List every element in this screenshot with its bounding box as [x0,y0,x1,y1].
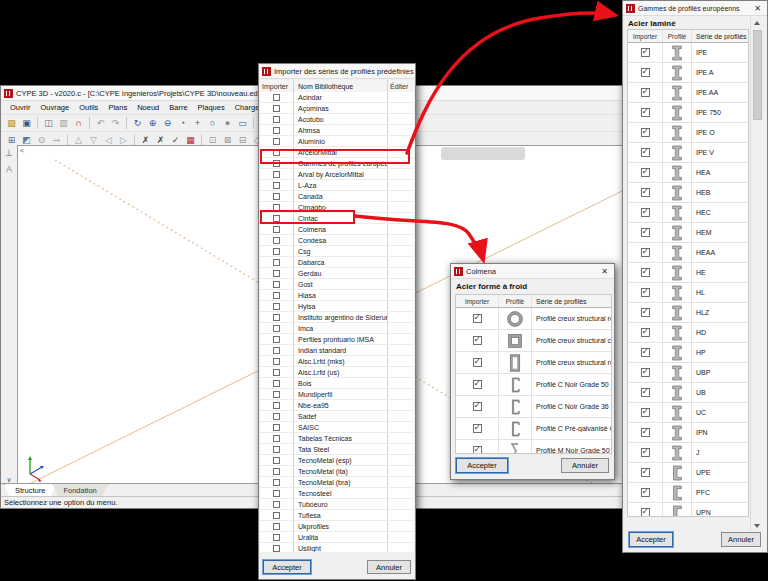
library-row[interactable]: Tuflesa [260,510,414,521]
orbit-icon[interactable]: ◔ [176,117,189,130]
import-checkbox[interactable] [641,128,650,137]
library-row[interactable]: Cimagbo [260,202,414,213]
library-row[interactable]: Csg [260,246,414,257]
import-checkbox[interactable] [273,303,280,310]
import-checkbox[interactable] [273,237,280,244]
import-checkbox[interactable] [473,336,482,345]
menu-outils[interactable]: Outils [74,103,103,112]
close-icon[interactable]: ✕ [751,4,764,13]
import-checkbox[interactable] [641,88,650,97]
scroll-up-icon[interactable] [751,17,763,28]
profile-row[interactable]: IPE O [628,123,748,143]
library-row[interactable]: Colmena [260,224,414,235]
import-checkbox[interactable] [273,358,280,365]
profile-row[interactable]: Profilé C Pré-galvanisé Grade 36 [456,418,611,440]
profile-row[interactable]: HL [628,283,748,303]
menu-noeud[interactable]: Noeud [132,103,164,112]
import-checkbox[interactable] [641,408,650,417]
menu-barre[interactable]: Barre [164,103,192,112]
library-row[interactable]: Tecnosteel [260,488,414,499]
profile-row[interactable]: HEM [628,223,748,243]
import-checkbox[interactable] [273,336,280,343]
import-checkbox[interactable] [273,182,280,189]
import-checkbox[interactable] [641,108,650,117]
profile-row[interactable]: UBP [628,363,748,383]
accept-button[interactable]: Accepter [629,532,673,547]
profile-row[interactable]: UPN [628,503,748,517]
library-row[interactable]: Tuboeuro [260,499,414,510]
import-checkbox[interactable] [473,358,482,367]
import-checkbox[interactable] [641,468,650,477]
import-checkbox[interactable] [273,94,280,101]
library-row[interactable]: Hiasa [260,290,414,301]
text-tool-icon[interactable]: A [6,164,12,174]
import-checkbox[interactable] [273,424,280,431]
import-checkbox[interactable] [273,413,280,420]
profile-row[interactable]: HD [628,323,748,343]
import-checkbox[interactable] [641,448,650,457]
menu-plans[interactable]: Plans [103,103,132,112]
profile-row[interactable]: PFC [628,483,748,503]
import-checkbox[interactable] [273,501,280,508]
library-row[interactable]: Imca [260,323,414,334]
import-checkbox[interactable] [641,248,650,257]
library-row[interactable]: Dabarca [260,257,414,268]
profile-row[interactable]: Profilé creux structural rectangulaire [456,352,611,374]
library-row[interactable]: TecnoMetal (bra) [260,477,414,488]
redraw-icon[interactable]: ○ [206,117,219,130]
import-checkbox[interactable] [273,138,280,145]
library-row[interactable]: L-Aza [260,180,414,191]
library-row[interactable]: Mundiperfil [260,389,414,400]
profile-row[interactable]: HLZ [628,303,748,323]
cancel-button[interactable]: Annuler [561,458,609,473]
import-checkbox[interactable] [641,208,650,217]
pan-icon[interactable]: + [191,117,204,130]
import-checkbox[interactable] [273,127,280,134]
import-checkbox[interactable] [641,68,650,77]
import-checkbox[interactable] [273,105,280,112]
profile-row[interactable]: IPE V [628,143,748,163]
import-checkbox[interactable] [273,545,280,552]
library-row[interactable]: Tata Steel [260,444,414,455]
zoom-in-icon[interactable]: ⊕ [146,117,159,130]
import-checkbox[interactable] [273,204,280,211]
redo-icon[interactable]: ↷ [109,117,122,130]
library-row[interactable]: Açominas [260,103,414,114]
menu-ouvrage[interactable]: Ouvrage [35,103,74,112]
open-icon[interactable]: ▨ [5,117,18,130]
library-row[interactable]: Sadef [260,411,414,422]
import-checkbox[interactable] [641,188,650,197]
profile-row[interactable]: HP [628,343,748,363]
import-checkbox[interactable] [273,314,280,321]
library-row[interactable]: TecnoMetal (ita) [260,466,414,477]
library-row[interactable]: Gost [260,279,414,290]
import-checkbox[interactable] [641,228,650,237]
accept-button[interactable]: Accepter [456,458,508,473]
library-row[interactable]: Acindar [260,92,414,103]
import-checkbox[interactable] [273,534,280,541]
library-row[interactable]: Aluminio [260,136,414,147]
import-checkbox[interactable] [473,446,482,454]
save-icon[interactable]: ▣ [20,117,33,130]
library-row[interactable]: Ahmsa [260,125,414,136]
profile-row[interactable]: Profilé creux structural rond [456,308,611,330]
profile-row[interactable]: HEC [628,203,748,223]
import-checkbox[interactable] [273,446,280,453]
magnet-icon[interactable]: ∩ [72,117,85,130]
library-row[interactable]: SAISC [260,422,414,433]
import-checkbox[interactable] [273,369,280,376]
import-checkbox[interactable] [273,468,280,475]
import-checkbox[interactable] [273,193,280,200]
colmena-dialog-titlebar[interactable]: Colmena ✕ [451,264,614,279]
library-row[interactable]: Gerdau [260,268,414,279]
cancel-button[interactable]: Annuler [721,532,761,547]
profile-row[interactable]: Profilé C Noir Grade 36 [456,396,611,418]
import-checkbox[interactable] [273,226,280,233]
library-row[interactable]: Condesa [260,235,414,246]
profile-row[interactable]: UPE [628,463,748,483]
scroll-down-icon[interactable] [751,520,763,531]
library-row[interactable]: Uralita [260,532,414,543]
import-checkbox[interactable] [641,388,650,397]
import-checkbox[interactable] [641,48,650,57]
library-row[interactable]: Indian standard [260,345,414,356]
